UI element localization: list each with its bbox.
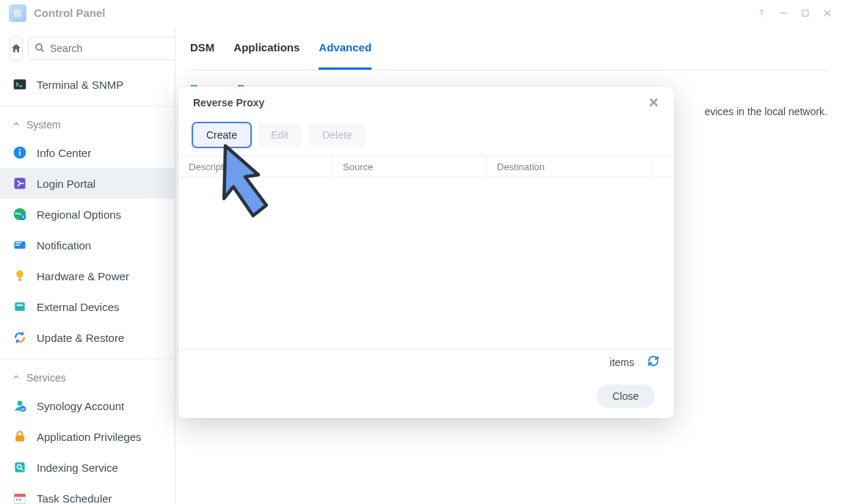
sidebar-item-label: Hardware & Power [37, 270, 129, 282]
svg-rect-23 [15, 462, 24, 472]
svg-rect-17 [18, 279, 21, 281]
chevron-up-icon [12, 372, 21, 384]
sidebar-item-terminal-snmp[interactable]: Terminal & SNMP [0, 69, 175, 100]
sidebar-item-update-restore[interactable]: Update & Restore [0, 322, 175, 353]
titlebar: Control Panel [0, 0, 842, 26]
search-icon [34, 42, 46, 56]
svg-rect-27 [15, 494, 26, 497]
group-label: Services [26, 372, 66, 384]
dialog-footer: Close [178, 374, 674, 418]
account-icon [12, 398, 28, 414]
login-portal-icon [12, 175, 28, 191]
minimize-icon[interactable] [777, 7, 789, 19]
svg-rect-28 [16, 499, 18, 501]
bulb-icon [12, 268, 28, 284]
table-header: Description Source Destination [178, 156, 674, 178]
sidebar-item-label: Update & Restore [37, 332, 124, 344]
sidebar-item-notification[interactable]: Notification [0, 230, 175, 260]
sidebar-group-services[interactable]: Services [0, 365, 175, 390]
svg-point-1 [761, 15, 761, 16]
column-source[interactable]: Source [333, 156, 487, 177]
svg-point-12 [19, 149, 21, 150]
maximize-icon[interactable] [799, 7, 811, 19]
window-controls [755, 7, 833, 19]
svg-point-21 [20, 406, 26, 412]
update-icon [12, 329, 28, 346]
svg-point-6 [36, 44, 42, 50]
sidebar-item-login-portal[interactable]: Login Portal [0, 168, 175, 199]
calendar-icon [12, 490, 28, 504]
svg-rect-18 [15, 302, 24, 311]
tab-advanced[interactable]: Advanced [319, 26, 371, 70]
reverse-proxy-dialog: Reverse Proxy ✕ Create Edit Delete Descr… [178, 87, 674, 418]
svg-rect-19 [17, 304, 23, 307]
svg-point-20 [18, 401, 23, 406]
sidebar-item-label: Notification [37, 239, 91, 252]
svg-rect-11 [19, 151, 21, 156]
sidebar-item-synology-account[interactable]: Synology Account [0, 390, 175, 421]
sidebar-item-task-scheduler[interactable]: Task Scheduler [0, 483, 175, 504]
tab-dsm[interactable]: DSM [190, 26, 214, 70]
sidebar-item-hardware-power[interactable]: Hardware & Power [0, 260, 175, 291]
sidebar-item-regional-options[interactable]: Regional Options [0, 199, 175, 230]
group-label: System [26, 119, 61, 131]
svg-rect-29 [19, 499, 21, 501]
divider [0, 106, 175, 106]
sidebar-item-label: External Devices [37, 301, 120, 313]
home-button[interactable] [10, 37, 22, 60]
sidebar-item-label: Info Center [37, 147, 91, 159]
dialog-toolbar: Create Edit Delete [178, 119, 674, 156]
status-bar: items [178, 349, 674, 374]
search-input[interactable] [28, 37, 175, 60]
sidebar-item-label: Indexing Service [37, 461, 118, 474]
column-spacer [653, 156, 674, 177]
table-body [178, 178, 674, 349]
sidebar-item-application-privileges[interactable]: Application Privileges [0, 421, 175, 452]
sidebar-item-label: Task Scheduler [37, 492, 112, 505]
dialog-header: Reverse Proxy ✕ [178, 87, 674, 119]
svg-rect-8 [14, 79, 26, 89]
sidebar-item-info-center[interactable]: Info Center [0, 137, 175, 168]
items-count: items [610, 357, 634, 368]
help-icon[interactable] [755, 7, 767, 19]
globe-icon [12, 206, 28, 222]
svg-rect-0 [14, 9, 22, 17]
svg-rect-3 [802, 10, 808, 16]
close-icon[interactable]: ✕ [648, 95, 659, 111]
sidebar-item-label: Terminal & SNMP [37, 78, 123, 91]
close-window-icon[interactable] [821, 7, 833, 19]
index-icon [12, 459, 28, 475]
column-destination[interactable]: Destination [487, 156, 653, 177]
search-field[interactable] [50, 43, 175, 54]
delete-button: Delete [309, 123, 365, 147]
info-icon [12, 145, 28, 161]
chevron-up-icon [12, 119, 21, 131]
refresh-icon[interactable] [647, 355, 659, 369]
sidebar-item-label: Synology Account [37, 400, 124, 412]
column-description[interactable]: Description [178, 156, 333, 177]
divider [0, 359, 175, 359]
window-title: Control Panel [34, 7, 106, 19]
tabs: DSM Applications Advanced [190, 26, 827, 70]
sidebar-item-indexing-service[interactable]: Indexing Service [0, 452, 175, 483]
sidebar: Terminal & SNMP System Info Center Login… [0, 26, 175, 504]
close-button[interactable]: Close [596, 384, 655, 408]
section-description: evices in the local network. [705, 106, 827, 117]
edit-button: Edit [258, 123, 302, 147]
sidebar-item-external-devices[interactable]: External Devices [0, 291, 175, 322]
sidebar-item-label: Regional Options [37, 208, 121, 221]
notification-icon [12, 237, 28, 253]
create-button[interactable]: Create [193, 123, 250, 147]
device-icon [12, 299, 28, 315]
svg-rect-22 [15, 435, 24, 441]
tab-applications[interactable]: Applications [233, 26, 300, 70]
app-icon [9, 4, 26, 22]
svg-line-7 [41, 49, 43, 51]
sidebar-group-system[interactable]: System [0, 112, 175, 137]
sidebar-item-label: Login Portal [37, 178, 95, 190]
sidebar-item-label: Application Privileges [37, 431, 142, 443]
lock-icon [12, 428, 28, 445]
terminal-icon [12, 76, 28, 92]
dialog-title: Reverse Proxy [193, 97, 264, 109]
